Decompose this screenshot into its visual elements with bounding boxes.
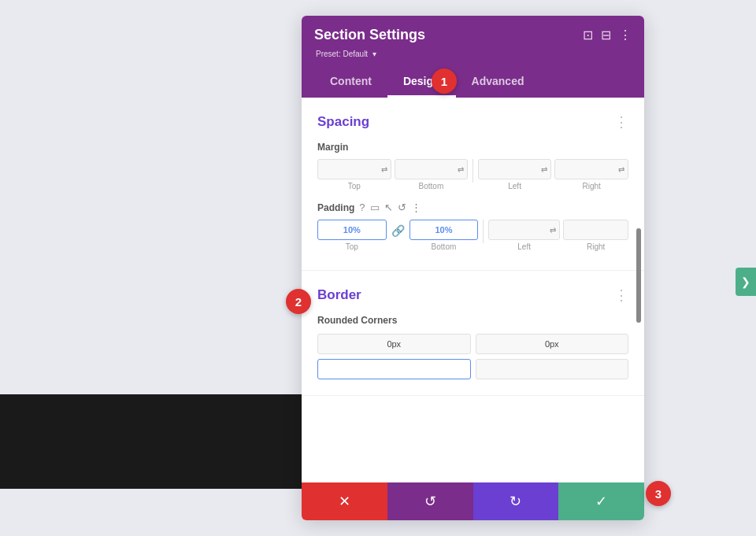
margin-bottom-label: Bottom (419, 182, 444, 190)
confirm-icon: ✓ (595, 493, 607, 510)
side-expand-icon: ❯ (741, 275, 750, 288)
panel-icon-split[interactable]: ⊟ (601, 28, 611, 43)
margin-left-input[interactable] (479, 160, 539, 179)
corner-tl-group (317, 334, 471, 354)
spacing-section: Spacing ⋮ Margin ⇄ Top (302, 98, 644, 271)
margin-right-group: ⇄ Right (554, 159, 628, 190)
tab-advanced[interactable]: Advanced (456, 67, 540, 98)
margin-top-group: ⇄ Top (317, 159, 391, 190)
cancel-icon: ✕ (339, 493, 350, 510)
padding-left-group: ⇄ Left (488, 220, 561, 251)
padding-top-input[interactable] (318, 220, 386, 239)
tab-bar: Content Design Advanced (314, 67, 632, 98)
panel-footer: ✕ ↺ ↻ ✓ (302, 482, 644, 520)
padding-cursor-icon[interactable]: ↖ (384, 201, 393, 213)
panel-icon-fit[interactable]: ⊡ (583, 28, 593, 43)
padding-bottom-input-wrapper (410, 220, 479, 240)
badge-2: 2 (286, 289, 311, 314)
redo-icon: ↻ (510, 493, 521, 510)
padding-label: Padding (317, 202, 354, 213)
padding-reset-icon[interactable]: ↺ (398, 201, 406, 213)
padding-top-input-wrapper (317, 220, 387, 240)
rounded-corners-label: Rounded Corners (317, 315, 628, 326)
margin-right-label: Right (583, 182, 601, 190)
margin-top-input-wrapper: ⇄ (317, 159, 391, 179)
tab-content[interactable]: Content (314, 67, 387, 98)
margin-right-input-wrapper: ⇄ (554, 159, 628, 179)
badge-3: 3 (646, 481, 671, 506)
corner-tr-input[interactable] (476, 334, 629, 354)
padding-device-icon[interactable]: ▭ (370, 201, 380, 213)
corner-bl-group (317, 359, 471, 379)
preset-arrow-icon: ▾ (372, 50, 376, 58)
padding-bottom-label: Bottom (432, 242, 457, 251)
panel-header: Section Settings ⊡ ⊟ ⋮ Preset: Default ▾… (302, 16, 644, 98)
spacing-menu-icon[interactable]: ⋮ (614, 113, 628, 131)
padding-left-label: Left (517, 242, 531, 251)
margin-bottom-sync[interactable]: ⇄ (454, 165, 467, 174)
cancel-button[interactable]: ✕ (302, 482, 387, 520)
redo-button[interactable]: ↻ (473, 482, 559, 520)
corner-br-group (476, 359, 629, 379)
panel-icon-more[interactable]: ⋮ (619, 28, 632, 43)
margin-right-sync[interactable]: ⇄ (615, 165, 628, 174)
margin-bottom-group: ⇄ Bottom (395, 159, 469, 190)
preset-label-text: Preset: Default (316, 50, 368, 58)
confirm-button[interactable]: ✓ (558, 482, 644, 520)
panel-header-top: Section Settings ⊡ ⊟ ⋮ (314, 27, 632, 43)
undo-button[interactable]: ↺ (387, 482, 473, 520)
margin-divider (472, 159, 473, 183)
margin-left-sync[interactable]: ⇄ (538, 165, 550, 174)
margin-top-input[interactable] (318, 160, 378, 179)
margin-top-label: Top (348, 182, 361, 190)
padding-left-input[interactable] (489, 220, 547, 239)
border-menu-icon[interactable]: ⋮ (614, 286, 628, 304)
padding-right-group: Right (563, 220, 628, 251)
padding-right-label: Right (587, 242, 605, 251)
margin-bottom-input[interactable] (395, 160, 455, 179)
padding-left-sync[interactable]: ⇄ (547, 226, 559, 235)
rounded-corners-inputs (317, 334, 628, 379)
margin-label: Margin (317, 142, 628, 153)
panel-title: Section Settings (314, 27, 425, 43)
corner-tl-input[interactable] (317, 334, 471, 354)
corner-br-input[interactable] (476, 359, 629, 379)
spacing-title: Spacing (317, 114, 369, 130)
panel-scrollbar (636, 228, 641, 323)
padding-top-group: Top (317, 220, 387, 251)
badge-1: 1 (432, 68, 457, 94)
panel-header-icons: ⊡ ⊟ ⋮ (583, 28, 632, 43)
padding-link-icon[interactable]: 🔗 (391, 224, 405, 237)
margin-top-sync[interactable]: ⇄ (378, 165, 391, 174)
margin-left-group: ⇄ Left (478, 159, 552, 190)
panel-body: Spacing ⋮ Margin ⇄ Top (302, 98, 644, 482)
border-section-header: Border ⋮ (317, 286, 628, 304)
padding-bottom-group: Bottom (410, 220, 479, 251)
undo-icon: ↺ (424, 493, 436, 510)
padding-left-input-wrapper: ⇄ (488, 220, 561, 240)
margin-right-input[interactable] (555, 160, 615, 179)
padding-top-label: Top (346, 242, 358, 251)
border-title: Border (317, 287, 361, 303)
border-section: Border ⋮ Rounded Corners (302, 271, 644, 396)
margin-left-input-wrapper: ⇄ (478, 159, 552, 179)
corner-tr-group (476, 334, 629, 354)
margin-left-label: Left (508, 182, 521, 190)
padding-divider (483, 220, 484, 243)
spacing-section-header: Spacing ⋮ (317, 113, 628, 131)
padding-bottom-input[interactable] (410, 220, 478, 239)
padding-right-input[interactable] (564, 220, 628, 239)
padding-label-row: Padding ? ▭ ↖ ↺ ⋮ (317, 201, 628, 213)
margin-bottom-input-wrapper: ⇄ (395, 159, 469, 179)
side-expand-button[interactable]: ❯ (736, 268, 756, 296)
padding-help-icon[interactable]: ? (359, 201, 365, 213)
padding-more-icon[interactable]: ⋮ (411, 201, 421, 213)
preset-dropdown[interactable]: Preset: Default ▾ (314, 48, 632, 59)
padding-right-input-wrapper (563, 220, 628, 240)
corner-bl-input[interactable] (317, 359, 471, 379)
section-settings-panel: Section Settings ⊡ ⊟ ⋮ Preset: Default ▾… (302, 16, 644, 520)
